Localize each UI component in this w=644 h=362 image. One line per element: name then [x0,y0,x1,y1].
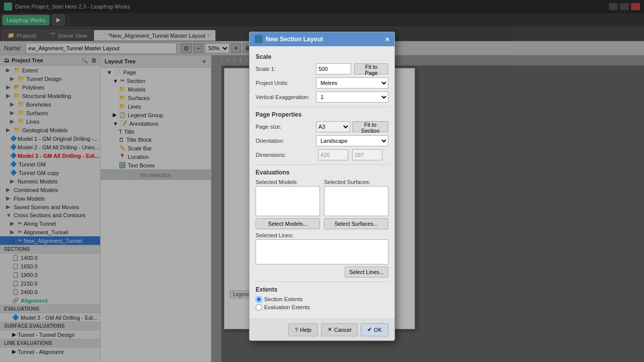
dim-width-input [318,149,348,160]
lines-section: Selected Lines: Select Lines... [256,232,388,278]
eval-grid: Selected Models: Select Models... Select… [256,179,388,229]
select-surfaces-btn[interactable]: Select Surfaces... [324,218,388,229]
scale-label: Scale 1: [256,66,316,72]
modal-footer: ? Help ✕ Cancel ✔ OK [250,319,394,340]
selected-models-list[interactable] [256,186,320,216]
selected-lines-list[interactable] [256,239,388,264]
modal-body: Scale Scale 1: Fit to Page Project Units… [250,46,394,319]
divider1 [256,107,388,107]
scale-input[interactable] [316,63,351,74]
help-icon: ? [295,327,298,333]
project-units-row: Project Units: Metres [256,77,388,88]
selected-surfaces-label: Selected Surfaces: [324,179,388,185]
project-units-label: Project Units: [256,80,316,86]
section-extents-label: Section Extents [264,296,302,302]
vert-exag-row: Vertical Exaggeration: 1 [256,92,388,103]
modal-close-btn[interactable]: × [385,35,389,43]
select-lines-btn[interactable]: Select Lines... [345,266,388,278]
modal-overlay: New Section Layout × Scale Scale 1: Fit … [0,0,644,362]
fit-to-section-btn[interactable]: Fit to Section [352,121,388,132]
project-units-select[interactable]: Metres [316,77,388,88]
select-models-btn[interactable]: Select Models... [256,218,320,229]
dimensions-label: Dimensions: [256,152,316,158]
page-size-label: Page size: [256,124,316,130]
selected-models-label: Selected Models: [256,179,320,185]
vert-exag-select[interactable]: 1 [316,92,388,103]
modal-title-row: New Section Layout [255,35,323,43]
divider3 [256,282,388,282]
extents-section-title: Extents [256,286,388,293]
dimensions-row: Dimensions: [256,149,388,160]
orientation-label: Orientation: [256,138,316,144]
selected-lines-label: Selected Lines: [256,232,388,238]
selected-models-col: Selected Models: Select Models... [256,179,320,229]
section-extents-row: Section Extents [256,296,388,303]
page-size-select[interactable]: A3 [316,121,350,132]
scale-section-title: Scale [256,53,388,60]
fit-to-page-btn[interactable]: Fit to Page [354,63,388,74]
evaluation-extents-row: Evaluation Extents [256,304,388,311]
modal-icon [255,35,263,43]
selected-surfaces-col: Selected Surfaces: Select Surfaces... [324,179,388,229]
dim-height-input [352,149,382,160]
cancel-btn[interactable]: ✕ Cancel [321,323,358,336]
help-btn[interactable]: ? Help [288,323,318,336]
new-section-layout-modal: New Section Layout × Scale Scale 1: Fit … [249,32,395,341]
section-extents-radio[interactable] [256,296,262,303]
extents-radio-group: Section Extents Evaluation Extents [256,296,388,311]
scale-row: Scale 1: Fit to Page [256,63,388,74]
cancel-icon: ✕ [328,326,332,333]
evaluation-extents-radio[interactable] [256,304,262,311]
evaluation-extents-label: Evaluation Extents [264,304,310,310]
modal-titlebar: New Section Layout × [250,32,394,46]
divider2 [256,164,388,165]
orientation-select[interactable]: Landscape [316,135,388,146]
page-props-title: Page Properties [256,111,388,118]
selected-surfaces-list[interactable] [324,186,388,216]
vert-exag-label: Vertical Exaggeration: [256,94,316,100]
evaluations-section-title: Evaluations [256,169,388,176]
page-size-row: Page size: A3 Fit to Section [256,121,388,132]
orientation-row: Orientation: Landscape [256,135,388,146]
ok-icon: ✔ [367,326,372,333]
ok-btn[interactable]: ✔ OK [361,323,388,336]
modal-title: New Section Layout [266,36,323,43]
